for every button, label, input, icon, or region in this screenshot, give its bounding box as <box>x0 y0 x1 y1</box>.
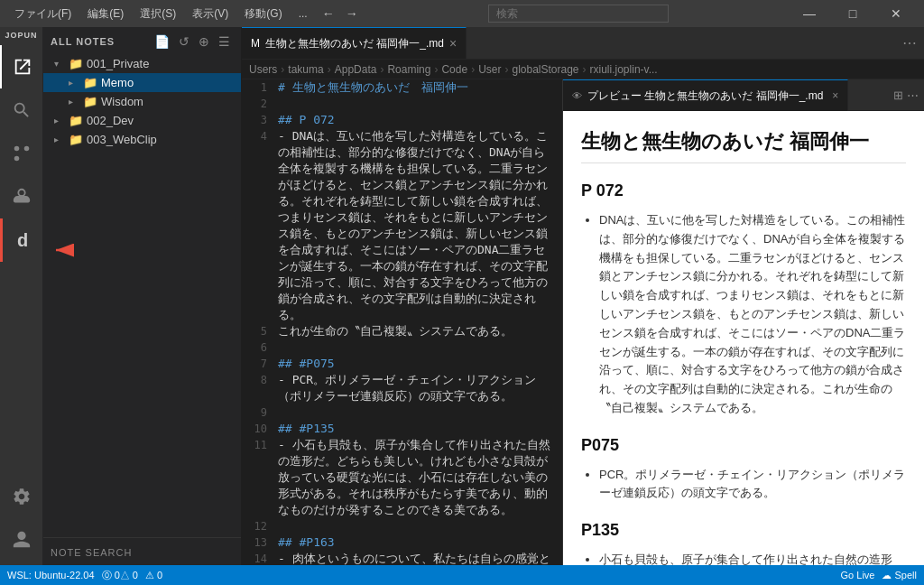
breadcrumb-user[interactable]: User <box>478 63 501 76</box>
line-row: 5 これが生命の〝自己複製〟システムである。 <box>242 323 562 339</box>
line-row: 9 <box>242 404 562 421</box>
preview-wrapper: 👁 プレビュー 生物と無生物のあいだ 福岡伸一_.md × ⊞ ⋯ 生物と無生物… <box>563 79 924 565</box>
new-note-button[interactable]: 📄 <box>151 32 173 51</box>
preview-section-list-0: DNAは、互いに他を写した対構造をしている。この相補性は、部分的な修復だけでなく… <box>599 211 906 418</box>
minimize-button[interactable]: — <box>789 0 830 27</box>
editor-tab-active[interactable]: M 生物と無生物のあいだ 福岡伸一_.md × <box>242 27 467 59</box>
notebook-item-003webclip[interactable]: ▸ 📁 003_WebClip <box>43 130 241 149</box>
editor-tab-bar: M 生物と無生物のあいだ 福岡伸一_.md × ⋯ <box>242 27 924 60</box>
breadcrumb-users[interactable]: Users <box>249 63 277 76</box>
breadcrumb-code[interactable]: Code <box>441 63 467 76</box>
activity-item-search[interactable] <box>0 88 43 132</box>
title-bar: ファイル(F) 編集(E) 選択(S) 表示(V) 移動(G) ... ← → … <box>0 0 924 27</box>
tab-icon: M <box>251 37 260 50</box>
notebook-label: Memo <box>101 76 234 89</box>
status-wsl[interactable]: WSL: Ubuntu-22.04 <box>7 570 95 580</box>
notebook-item-002dev[interactable]: ▸ 📁 002_Dev <box>43 111 241 130</box>
menu-go[interactable]: 移動(G) <box>237 5 289 23</box>
menu-view[interactable]: 表示(V) <box>185 5 236 23</box>
chevron-right-icon: ▸ <box>69 97 79 107</box>
folder-icon: 📁 <box>83 95 97 108</box>
app-logo-label: JOPUN <box>5 31 37 40</box>
line-row: 7 ## #P075 <box>242 356 562 372</box>
code-editor[interactable]: 1 # 生物と無生物のあいだ 福岡伸一 2 3 ## P 072 4 - DNA… <box>242 79 563 565</box>
notebook-label: 003_WebClip <box>87 133 234 146</box>
activity-bar: JOPUN d <box>0 27 43 565</box>
nav-forward-button[interactable]: → <box>342 5 362 23</box>
sidebar: ALL NOTES 📄 ↺ ⊕ ☰ ▾ 📁 001_Private ▸ 📁 Me… <box>43 27 242 565</box>
sidebar-header: ALL NOTES 📄 ↺ ⊕ ☰ <box>43 27 241 54</box>
tab-label: 生物と無生物のあいだ 福岡伸一_.md <box>265 36 444 51</box>
close-button[interactable]: ✕ <box>875 0 917 27</box>
preview-action-1[interactable]: ⊞ <box>893 88 903 102</box>
chevron-right-icon: ▸ <box>69 78 79 88</box>
menu-file[interactable]: ファイル(F) <box>7 5 79 23</box>
line-row: 14 - 肉体というものについて、私たちは自らの感覚として、外界と隔てられた個物… <box>242 551 562 565</box>
status-warnings[interactable]: ⚠ 0 <box>145 570 162 581</box>
new-folder-button[interactable]: ⊕ <box>195 32 213 51</box>
svg-point-1 <box>23 146 29 152</box>
preview-toolbar: ⊞ ⋯ <box>888 79 924 110</box>
preview-list-item: PCR。ポリメラーゼ・チェイン・リアクション（ポリメラーゼ連鎖反応）の頭文字であ… <box>599 466 906 504</box>
preview-body: 生物と無生物のあいだ 福岡伸一 P 072 DNAは、互いに他を写した対構造をし… <box>563 111 924 565</box>
menu-select[interactable]: 選択(S) <box>133 5 183 23</box>
line-row: 2 <box>242 96 562 112</box>
line-row: 6 <box>242 339 562 356</box>
preview-section-list-2: 小石も貝殻も、原子が集合して作り出された自然の造形だ。どちらも美しい。けれども小… <box>599 551 906 565</box>
breadcrumb-rxiuli[interactable]: rxiuli.joplin-v... <box>590 63 658 76</box>
folder-icon: 📁 <box>83 76 97 89</box>
status-bar: WSL: Ubuntu-22.04 ⓪ 0△ 0 ⚠ 0 Go Live ☁ S… <box>0 565 924 585</box>
breadcrumb-roaming[interactable]: Roaming <box>387 63 430 76</box>
notebook-item-memo[interactable]: ▸ 📁 Memo <box>43 73 241 92</box>
preview-tab[interactable]: 👁 プレビュー 生物と無生物のあいだ 福岡伸一_.md × <box>563 79 848 111</box>
maximize-button[interactable]: □ <box>832 0 873 27</box>
line-row: 8 - PCR。ポリメラーゼ・チェイン・リアクション（ポリメラーゼ連鎖反応）の頭… <box>242 372 562 404</box>
breadcrumb: Users › takuma › AppData › Roaming › Cod… <box>242 60 924 79</box>
preview-action-2[interactable]: ⋯ <box>907 88 919 102</box>
search-input[interactable] <box>488 5 669 23</box>
sync-button[interactable]: ↺ <box>175 32 193 51</box>
breadcrumb-globalstorage[interactable]: globalStorage <box>512 63 578 76</box>
preview-tab-close[interactable]: × <box>832 89 838 102</box>
preview-section-heading-2: P135 <box>581 517 906 543</box>
menu-edit[interactable]: 編集(E) <box>80 5 131 23</box>
editor-content: 1 # 生物と無生物のあいだ 福岡伸一 2 3 ## P 072 4 - DNA… <box>242 79 924 565</box>
line-row: 12 <box>242 518 562 534</box>
preview-tab-icon: 👁 <box>572 90 582 101</box>
notebook-item-wisdom[interactable]: ▸ 📁 Wisdom <box>43 92 241 111</box>
nav-back-button[interactable]: ← <box>319 5 338 23</box>
breadcrumb-takuma[interactable]: takuma <box>288 63 323 76</box>
tab-close-button[interactable]: × <box>449 36 457 51</box>
activity-item-explorer[interactable] <box>0 45 43 88</box>
activity-item-account[interactable] <box>0 518 43 562</box>
status-errors[interactable]: ⓪ 0△ 0 <box>102 569 138 582</box>
breadcrumb-appdata[interactable]: AppData <box>335 63 377 76</box>
line-row: 1 # 生物と無生物のあいだ 福岡伸一 <box>242 79 562 96</box>
preview-list-item: 小石も貝殻も、原子が集合して作り出された自然の造形だ。どちらも美しい。けれども小… <box>599 551 906 565</box>
status-right: Go Live ☁ Spell <box>841 570 917 581</box>
status-spell[interactable]: ☁ Spell <box>882 570 917 581</box>
notebook-list: ▾ 📁 001_Private ▸ 📁 Memo ▸ 📁 Wisdom ▸ 📁 … <box>43 54 241 537</box>
preview-tab-label: プレビュー 生物と無生物のあいだ 福岡伸一_.md <box>587 88 823 104</box>
notebook-label: 002_Dev <box>87 114 234 127</box>
chevron-right-icon: ▸ <box>54 116 65 125</box>
activity-item-source-control[interactable] <box>0 132 43 175</box>
status-golive[interactable]: Go Live <box>841 570 875 580</box>
line-row: 10 ## #P135 <box>242 421 562 437</box>
activity-item-debug[interactable] <box>0 175 43 218</box>
preview-content[interactable]: 生物と無生物のあいだ 福岡伸一 P 072 DNAは、互いに他を写した対構造をし… <box>563 111 924 565</box>
editor-area: M 生物と無生物のあいだ 福岡伸一_.md × ⋯ Users › takuma… <box>242 27 924 565</box>
main-layout: JOPUN d ALL NOTES 📄 ↺ <box>0 27 924 565</box>
preview-tab-bar: 👁 プレビュー 生物と無生物のあいだ 福岡伸一_.md × ⊞ ⋯ <box>563 79 924 111</box>
notebook-item-001private[interactable]: ▾ 📁 001_Private <box>43 54 241 73</box>
sort-button[interactable]: ☰ <box>215 32 234 51</box>
status-left: WSL: Ubuntu-22.04 ⓪ 0△ 0 ⚠ 0 <box>7 569 162 582</box>
notebook-label: 001_Private <box>87 57 234 70</box>
sidebar-title: ALL NOTES <box>51 36 115 47</box>
menu-bar[interactable]: ファイル(F) 編集(E) 選択(S) 表示(V) 移動(G) ... <box>7 5 315 23</box>
activity-item-joplin[interactable]: d <box>0 218 43 262</box>
folder-icon: 📁 <box>69 114 83 127</box>
activity-item-settings[interactable] <box>0 475 43 518</box>
editor-more-button[interactable]: ⋯ <box>902 34 917 51</box>
menu-more[interactable]: ... <box>291 5 315 22</box>
